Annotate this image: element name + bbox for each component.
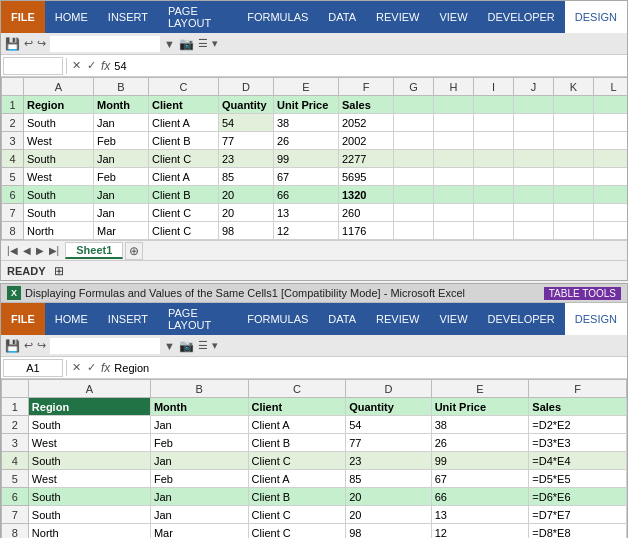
tab-design-1[interactable]: DESIGN [565, 1, 627, 33]
cell-g1[interactable] [394, 96, 434, 114]
cell-b8[interactable]: Mar [94, 222, 149, 240]
cell-h5[interactable] [434, 168, 474, 186]
cell2-c6[interactable]: Client B [248, 488, 346, 506]
cell-e5[interactable]: 67 [274, 168, 339, 186]
cell-l6[interactable] [594, 186, 628, 204]
screenshot-icon[interactable]: 📷 [179, 37, 194, 51]
cell-b4[interactable]: Jan [94, 150, 149, 168]
cell-f3[interactable]: 2002 [339, 132, 394, 150]
cell2-c8[interactable]: Client C [248, 524, 346, 539]
cell2-a4[interactable]: South [28, 452, 150, 470]
cell2-f8[interactable]: =D8*E8 [529, 524, 627, 539]
cell-f7[interactable]: 260 [339, 204, 394, 222]
cell2-a1[interactable]: Region [28, 398, 150, 416]
cell-i8[interactable] [474, 222, 514, 240]
cell-i7[interactable] [474, 204, 514, 222]
tab-file-2[interactable]: FILE [1, 303, 45, 335]
cell-i4[interactable] [474, 150, 514, 168]
cell-b1[interactable]: Month [94, 96, 149, 114]
cell-e8[interactable]: 12 [274, 222, 339, 240]
cell2-d2[interactable]: 54 [346, 416, 431, 434]
cell-b7[interactable]: Jan [94, 204, 149, 222]
col-j-1[interactable]: J [514, 78, 554, 96]
cell-c1[interactable]: Client [149, 96, 219, 114]
cell-j7[interactable] [514, 204, 554, 222]
col-c-2[interactable]: C [248, 380, 346, 398]
cell-a4[interactable]: South [24, 150, 94, 168]
cell-h7[interactable] [434, 204, 474, 222]
cell-k3[interactable] [554, 132, 594, 150]
cell2-b3[interactable]: Feb [150, 434, 248, 452]
tab-developer-1[interactable]: DEVELOPER [478, 1, 565, 33]
tab-home-1[interactable]: HOME [45, 1, 98, 33]
cell-e1[interactable]: Unit Price [274, 96, 339, 114]
cell-j1[interactable] [514, 96, 554, 114]
style-dropdown-1[interactable] [50, 36, 160, 52]
cell2-b5[interactable]: Feb [150, 470, 248, 488]
cell2-e5[interactable]: 67 [431, 470, 529, 488]
cell-j8[interactable] [514, 222, 554, 240]
redo-icon-2[interactable]: ↪ [37, 339, 46, 352]
cell2-e1[interactable]: Unit Price [431, 398, 529, 416]
cell2-f3[interactable]: =D3*E3 [529, 434, 627, 452]
cell2-e2[interactable]: 38 [431, 416, 529, 434]
cell-c4[interactable]: Client C [149, 150, 219, 168]
more-icon[interactable]: ▼ [164, 38, 175, 50]
col-f-1[interactable]: F [339, 78, 394, 96]
cell2-d6[interactable]: 20 [346, 488, 431, 506]
more2-icon-2[interactable]: ▾ [212, 339, 218, 352]
cell-d8[interactable]: 98 [219, 222, 274, 240]
cell-f4[interactable]: 2277 [339, 150, 394, 168]
style-dropdown-2[interactable] [50, 338, 160, 354]
cell-h8[interactable] [434, 222, 474, 240]
cell-h4[interactable] [434, 150, 474, 168]
cell-g7[interactable] [394, 204, 434, 222]
cell-g6[interactable] [394, 186, 434, 204]
cell-f5[interactable]: 5695 [339, 168, 394, 186]
cell-l5[interactable] [594, 168, 628, 186]
cell-k2[interactable] [554, 114, 594, 132]
cell-g3[interactable] [394, 132, 434, 150]
cell-i2[interactable] [474, 114, 514, 132]
cell2-f1[interactable]: Sales [529, 398, 627, 416]
cell2-b2[interactable]: Jan [150, 416, 248, 434]
cell2-d7[interactable]: 20 [346, 506, 431, 524]
cell-a1[interactable]: Region [24, 96, 94, 114]
col-a-2[interactable]: A [28, 380, 150, 398]
cell-e3[interactable]: 26 [274, 132, 339, 150]
extra-icon-2[interactable]: ☰ [198, 339, 208, 352]
cell-b2[interactable]: Jan [94, 114, 149, 132]
cell-d4[interactable]: 23 [219, 150, 274, 168]
col-c-1[interactable]: C [149, 78, 219, 96]
cell-g8[interactable] [394, 222, 434, 240]
cell2-b8[interactable]: Mar [150, 524, 248, 539]
cell2-c1[interactable]: Client [248, 398, 346, 416]
tab-view-2[interactable]: VIEW [429, 303, 477, 335]
cell-h3[interactable] [434, 132, 474, 150]
tab-design-2[interactable]: DESIGN [565, 303, 627, 335]
cell-j3[interactable] [514, 132, 554, 150]
cell-d3[interactable]: 77 [219, 132, 274, 150]
cell-f6[interactable]: 1320 [339, 186, 394, 204]
cell-g5[interactable] [394, 168, 434, 186]
cell2-b7[interactable]: Jan [150, 506, 248, 524]
save-icon-2[interactable]: 💾 [5, 339, 20, 353]
tab-formulas-1[interactable]: FORMULAS [237, 1, 318, 33]
cell-l1[interactable] [594, 96, 628, 114]
cell-e6[interactable]: 66 [274, 186, 339, 204]
cell2-e7[interactable]: 13 [431, 506, 529, 524]
cell-k1[interactable] [554, 96, 594, 114]
cell-l7[interactable] [594, 204, 628, 222]
cell2-a8[interactable]: North [28, 524, 150, 539]
tab-review-1[interactable]: REVIEW [366, 1, 429, 33]
cell2-a5[interactable]: West [28, 470, 150, 488]
tab-data-2[interactable]: DATA [318, 303, 366, 335]
tab-review-2[interactable]: REVIEW [366, 303, 429, 335]
cell-i3[interactable] [474, 132, 514, 150]
cell2-e3[interactable]: 26 [431, 434, 529, 452]
cell2-c3[interactable]: Client B [248, 434, 346, 452]
cell-j2[interactable] [514, 114, 554, 132]
tab-file-1[interactable]: FILE [1, 1, 45, 33]
cell-c8[interactable]: Client C [149, 222, 219, 240]
col-i-1[interactable]: I [474, 78, 514, 96]
